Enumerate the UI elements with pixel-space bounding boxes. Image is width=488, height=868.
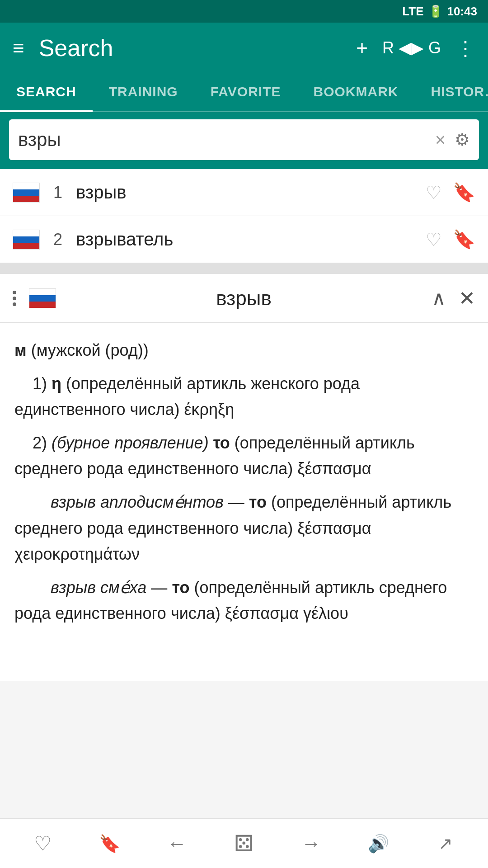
tab-favorite[interactable]: FAVORITE xyxy=(194,73,297,111)
detail-word-title: взрыв xyxy=(69,287,419,310)
bottom-bookmark-icon[interactable]: 🔖 xyxy=(92,834,128,854)
result-word: взрыв xyxy=(76,182,417,203)
bottom-share-icon[interactable]: ↗ xyxy=(427,834,464,854)
definition-text-1: (мужской (род)) xyxy=(31,341,149,359)
result-number: 2 xyxy=(49,230,67,249)
tab-search[interactable]: SEARCH xyxy=(0,73,93,112)
battery-icon: 🔋 xyxy=(428,5,443,19)
result-actions: ♡ 🔖 xyxy=(426,229,475,250)
toolbar: ≡ Search + R ◀▶ G ⋮ xyxy=(0,23,488,73)
close-icon[interactable]: ✕ xyxy=(459,287,475,310)
tab-training[interactable]: TRAINING xyxy=(93,73,194,111)
results-list: 1 взрыв ♡ 🔖 2 взрыватель ♡ 🔖 xyxy=(0,169,488,263)
result-word: взрыватель xyxy=(76,229,417,250)
grammar-gender: м xyxy=(14,341,27,359)
bottom-back-icon[interactable]: ← xyxy=(159,832,195,855)
section-divider xyxy=(0,263,488,274)
definition-entry-1: 1) η (определённый артикль женского рода… xyxy=(14,374,360,419)
favorite-icon[interactable]: ♡ xyxy=(426,182,442,203)
search-clear-icon[interactable]: × xyxy=(435,130,446,150)
definition-example-1: взрыв аплодисме́нтов — то (определённый … xyxy=(14,493,451,563)
russian-flag-icon xyxy=(13,230,40,250)
rdg-toggle[interactable]: R ◀▶ G xyxy=(382,38,441,57)
chevron-up-icon[interactable]: ∧ xyxy=(432,287,446,310)
table-row[interactable]: 1 взрыв ♡ 🔖 xyxy=(0,169,488,216)
bookmark-icon[interactable]: 🔖 xyxy=(453,182,475,203)
search-box-container: × ⚙ xyxy=(0,112,488,169)
detail-flag-icon xyxy=(29,288,56,308)
definition-entry-2: 2) (бурное проявление) το (определённый … xyxy=(14,434,415,478)
signal-indicator: LTE xyxy=(402,5,423,19)
bottom-dice-icon[interactable]: ⚄ xyxy=(226,830,262,857)
bottom-toolbar: ♡ 🔖 ← ⚄ → 🔊 ↗ xyxy=(0,818,488,868)
tab-bar: SEARCH TRAINING FAVORITE BOOKMARK HISTOR… xyxy=(0,73,488,112)
definition-area: м (мужской (род)) 1) η (определённый арт… xyxy=(0,323,488,681)
result-number: 1 xyxy=(49,183,67,202)
russian-flag-icon xyxy=(13,183,40,203)
detail-options-icon[interactable] xyxy=(13,291,16,306)
more-options-icon[interactable]: ⋮ xyxy=(455,37,475,60)
search-box: × ⚙ xyxy=(9,119,479,160)
bookmark-icon[interactable]: 🔖 xyxy=(453,229,475,250)
detail-panel-header: взрыв ∧ ✕ xyxy=(0,274,488,323)
add-icon[interactable]: + xyxy=(356,37,368,59)
bottom-favorite-icon[interactable]: ♡ xyxy=(24,832,61,855)
status-icons: LTE 🔋 10:43 xyxy=(402,5,477,19)
search-settings-icon[interactable]: ⚙ xyxy=(455,130,470,150)
result-actions: ♡ 🔖 xyxy=(426,182,475,203)
table-row[interactable]: 2 взрыватель ♡ 🔖 xyxy=(0,216,488,263)
favorite-icon[interactable]: ♡ xyxy=(426,229,442,250)
tab-history[interactable]: HISTOR… xyxy=(414,73,488,111)
bottom-forward-icon[interactable]: → xyxy=(293,832,329,855)
page-title: Search xyxy=(39,34,342,61)
menu-icon[interactable]: ≡ xyxy=(13,37,24,59)
time-display: 10:43 xyxy=(447,5,478,19)
definition-example-2: взрыв сме́ха — то (определённый артикль … xyxy=(14,578,447,623)
status-bar: LTE 🔋 10:43 xyxy=(0,0,488,23)
tab-bookmark[interactable]: BOOKMARK xyxy=(297,73,414,111)
search-input[interactable] xyxy=(18,129,435,151)
bottom-volume-icon[interactable]: 🔊 xyxy=(360,834,396,854)
